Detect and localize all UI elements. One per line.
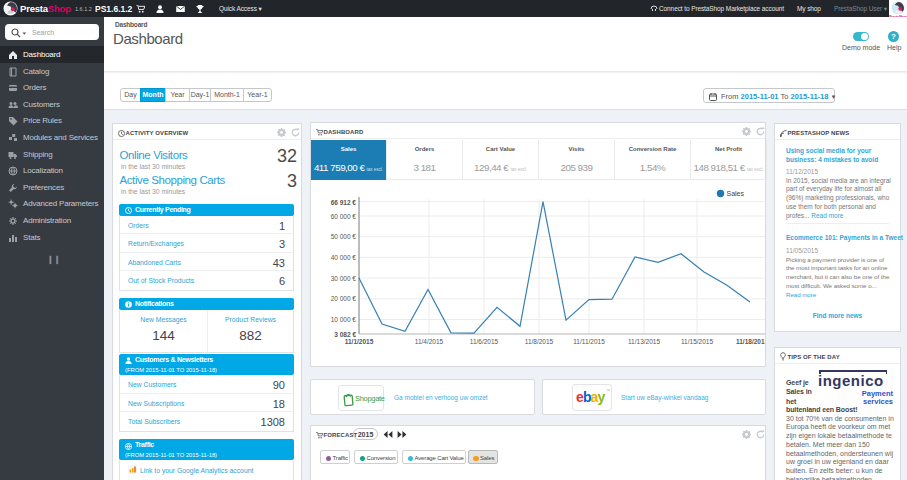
svg-text:20 000 €: 20 000 € <box>331 295 357 302</box>
svg-text:11/4/2015: 11/4/2015 <box>415 338 444 345</box>
svg-text:50 000 €: 50 000 € <box>331 233 357 240</box>
svg-text:60 000 €: 60 000 € <box>331 213 357 220</box>
svg-text:11/18/201: 11/18/201 <box>736 338 765 345</box>
svg-text:66 912 €: 66 912 € <box>331 199 357 206</box>
svg-text:11/15/2015: 11/15/2015 <box>681 338 713 345</box>
svg-text:10 000 €: 10 000 € <box>331 316 357 323</box>
svg-text:11/11/2015: 11/11/2015 <box>573 338 605 345</box>
svg-text:11/6/2015: 11/6/2015 <box>470 338 499 345</box>
svg-text:11/13/2015: 11/13/2015 <box>628 338 660 345</box>
svg-text:Sales: Sales <box>727 190 745 197</box>
svg-text:11/8/2015: 11/8/2015 <box>525 338 554 345</box>
svg-text:40 000 €: 40 000 € <box>331 254 357 261</box>
svg-text:3 082 €: 3 082 € <box>334 331 356 338</box>
svg-text:11/1/2015: 11/1/2015 <box>345 338 374 345</box>
svg-text:30 000 €: 30 000 € <box>331 275 357 282</box>
